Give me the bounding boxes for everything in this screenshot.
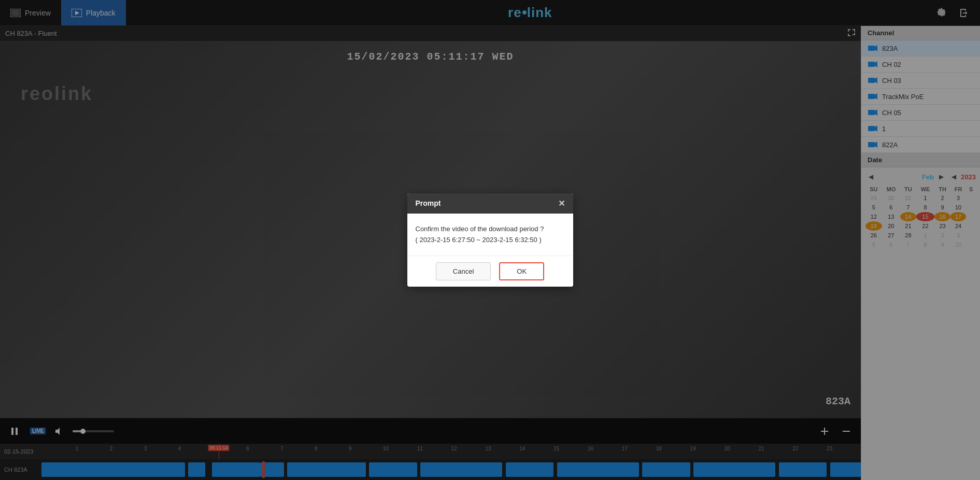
- modal-body: Confirm the video of the download period…: [407, 214, 573, 256]
- modal-header: Prompt ✕: [407, 193, 573, 214]
- cancel-button[interactable]: Cancel: [436, 262, 491, 280]
- ok-button[interactable]: OK: [499, 262, 544, 280]
- modal-overlay: Prompt ✕ Confirm the video of the downlo…: [0, 0, 980, 480]
- modal-message-line1: Confirm the video of the download period…: [416, 224, 565, 235]
- modal-message-line2: ( 2023-2-15 6:27:50 ~ 2023-2-15 6:32:50 …: [416, 235, 565, 246]
- modal-title: Prompt: [416, 199, 441, 207]
- modal-close-button[interactable]: ✕: [558, 199, 565, 208]
- modal-box: Prompt ✕ Confirm the video of the downlo…: [407, 193, 573, 287]
- modal-footer: Cancel OK: [407, 256, 573, 287]
